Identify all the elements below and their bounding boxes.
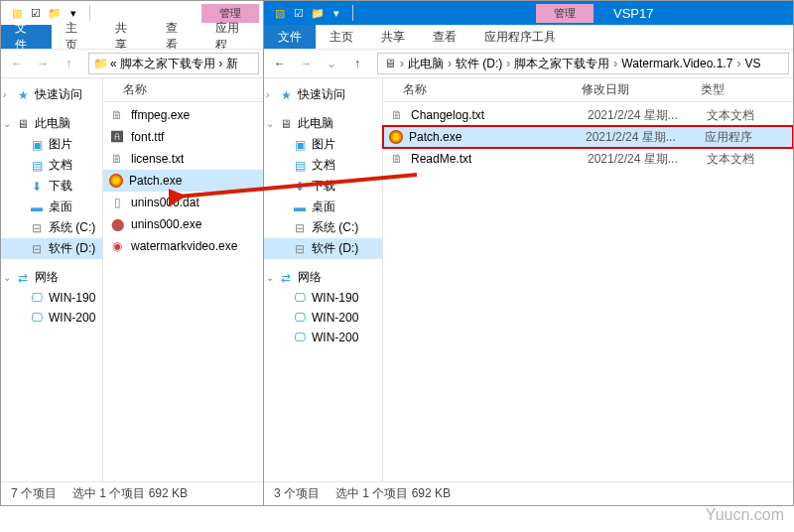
nav-downloads[interactable]: ⬇下载 bbox=[264, 176, 382, 197]
tab-home[interactable]: 主页 bbox=[316, 25, 367, 49]
nav-sysdrive[interactable]: ⊟系统 (C:) bbox=[264, 217, 382, 238]
addressbar-front: ← → ⌄ ↑ 🖥 › 此电脑 › 软件 (D:) › 脚本之家下载专用 › W… bbox=[264, 49, 793, 78]
text-file-icon: 🗎 bbox=[389, 151, 405, 167]
nav-quick-access[interactable]: ★快速访问 bbox=[1, 84, 102, 105]
content-back: 名称 🗎ffmpeg.exe🅰font.ttf🗎license.txtPatch… bbox=[103, 78, 263, 481]
tab-apptools[interactable]: 应用程序工具 bbox=[470, 25, 570, 49]
exe-icon: ◉ bbox=[109, 238, 125, 254]
file-row[interactable]: 🅰font.ttf bbox=[103, 126, 263, 148]
nav-back-button[interactable]: ← bbox=[268, 52, 292, 75]
qat-checkbox-icon[interactable]: ☑ bbox=[28, 5, 44, 21]
nav-desktop[interactable]: ▬桌面 bbox=[1, 197, 102, 217]
column-headers-back[interactable]: 名称 bbox=[103, 78, 263, 102]
star-icon: ★ bbox=[278, 87, 294, 103]
tab-view[interactable]: 查看 bbox=[152, 25, 202, 49]
tab-home[interactable]: 主页 bbox=[52, 25, 102, 49]
desktop-icon: ▬ bbox=[29, 200, 45, 215]
nav-up-button[interactable]: ↑ bbox=[57, 52, 80, 75]
file-row[interactable]: 🗎ffmpeg.exe bbox=[103, 104, 263, 126]
nav-this-pc[interactable]: 🖥此电脑 bbox=[264, 113, 382, 134]
file-name: Changelog.txt bbox=[411, 108, 588, 122]
file-row[interactable]: Patch.exe bbox=[103, 170, 263, 192]
tab-share[interactable]: 共享 bbox=[101, 25, 152, 49]
monitor-icon: 🖵 bbox=[29, 310, 45, 326]
titlebar-front: ▧ ☑ 📁 ▾ 管理 VSP17 bbox=[264, 1, 793, 25]
pictures-icon: ▣ bbox=[292, 137, 308, 153]
file-row[interactable]: ▯unins000.dat bbox=[103, 192, 263, 213]
column-headers-front[interactable]: 名称 修改日期 类型 bbox=[383, 78, 793, 102]
nav-network[interactable]: ⇄网络 bbox=[1, 267, 102, 288]
file-row[interactable]: 🗎ReadMe.txt2021/2/24 星期...文本文档 bbox=[383, 148, 793, 170]
nav-recent-button[interactable]: ⌄ bbox=[320, 52, 343, 75]
qat-checkbox-icon[interactable]: ☑ bbox=[291, 5, 307, 21]
status-selection: 选中 1 个项目 692 KB bbox=[72, 485, 188, 502]
qat-dropdown-icon[interactable]: ▾ bbox=[329, 5, 344, 21]
nav-this-pc[interactable]: 🖥此电脑 bbox=[1, 113, 102, 134]
status-selection: 选中 1 个项目 692 KB bbox=[335, 485, 451, 502]
file-row[interactable]: ◉watermarkvideo.exe bbox=[103, 235, 263, 257]
col-type[interactable]: 类型 bbox=[701, 81, 780, 98]
ribbon-tabs-back: 文件 主页 共享 查看 应用程 bbox=[1, 25, 263, 49]
tab-file[interactable]: 文件 bbox=[264, 25, 316, 49]
nav-fwd-button[interactable]: → bbox=[31, 52, 55, 75]
file-row[interactable]: ⬤unins000.exe bbox=[103, 213, 263, 235]
nav-sysdrive[interactable]: ⊟系统 (C:) bbox=[1, 217, 102, 238]
nav-fwd-button[interactable]: → bbox=[294, 52, 318, 75]
tab-apptools[interactable]: 应用程 bbox=[201, 25, 263, 49]
qat-dropdown-icon[interactable]: ▾ bbox=[66, 5, 81, 21]
nav-desktop[interactable]: ▬桌面 bbox=[264, 197, 382, 217]
status-count: 7 个项目 bbox=[11, 485, 57, 502]
drive-icon: ⊟ bbox=[29, 241, 45, 257]
breadcrumb-front[interactable]: 🖥 › 此电脑 › 软件 (D:) › 脚本之家下载专用 › Watermark… bbox=[377, 53, 789, 74]
col-name[interactable]: 名称 bbox=[383, 81, 582, 98]
qat-folder-icon[interactable]: 📁 bbox=[310, 5, 326, 21]
chevron-right-icon[interactable]: › bbox=[398, 57, 406, 70]
nav-win200b[interactable]: 🖵WIN-200 bbox=[264, 328, 382, 347]
nav-documents[interactable]: ▤文档 bbox=[1, 155, 102, 176]
chevron-right-icon[interactable]: › bbox=[734, 57, 742, 70]
nav-win190[interactable]: 🖵WIN-190 bbox=[1, 288, 102, 308]
breadcrumb-back[interactable]: 📁 « 脚本之家下载专用 › 新 bbox=[88, 53, 259, 74]
nav-network[interactable]: ⇄网络 bbox=[264, 267, 382, 288]
tab-file[interactable]: 文件 bbox=[1, 25, 52, 49]
nav-up-button[interactable]: ↑ bbox=[345, 52, 369, 75]
file-type: 文本文档 bbox=[707, 107, 786, 124]
text-file-icon: 🗎 bbox=[109, 151, 125, 167]
statusbar-back: 7 个项目 选中 1 个项目 692 KB bbox=[1, 481, 263, 505]
chevron-right-icon[interactable]: › bbox=[446, 57, 454, 70]
monitor-icon: 🖵 bbox=[292, 310, 308, 326]
file-icon: ▯ bbox=[109, 195, 125, 210]
tab-share[interactable]: 共享 bbox=[367, 25, 419, 49]
nav-documents[interactable]: ▤文档 bbox=[264, 155, 382, 176]
documents-icon: ▤ bbox=[29, 158, 45, 174]
file-row[interactable]: Patch.exe2021/2/24 星期...应用程序 bbox=[383, 126, 793, 148]
file-row[interactable]: 🗎license.txt bbox=[103, 148, 263, 170]
nav-softdrive[interactable]: ⊟软件 (D:) bbox=[1, 238, 102, 259]
drive-icon: ⊟ bbox=[29, 220, 45, 236]
nav-pane-front[interactable]: ★快速访问 🖥此电脑 ▣图片 ▤文档 ⬇下载 ▬桌面 ⊟系统 (C:) ⊟软件 … bbox=[264, 78, 383, 481]
file-list-front[interactable]: 🗎Changelog.txt2021/2/24 星期...文本文档Patch.e… bbox=[383, 102, 793, 481]
file-list-back[interactable]: 🗎ffmpeg.exe🅰font.ttf🗎license.txtPatch.ex… bbox=[103, 102, 263, 481]
chevron-right-icon[interactable]: › bbox=[504, 57, 512, 70]
nav-softdrive[interactable]: ⊟软件 (D:) bbox=[264, 238, 382, 259]
qat-folder-icon[interactable]: 📁 bbox=[47, 5, 63, 21]
nav-win200[interactable]: 🖵WIN-200 bbox=[1, 308, 102, 328]
col-name[interactable]: 名称 bbox=[103, 81, 263, 98]
file-date: 2021/2/24 星期... bbox=[586, 129, 705, 146]
nav-quick-access[interactable]: ★快速访问 bbox=[264, 84, 382, 105]
nav-win190[interactable]: 🖵WIN-190 bbox=[264, 288, 382, 308]
col-date[interactable]: 修改日期 bbox=[582, 81, 701, 98]
file-date: 2021/2/24 星期... bbox=[588, 107, 707, 124]
nav-pictures[interactable]: ▣图片 bbox=[1, 134, 102, 155]
nav-win200[interactable]: 🖵WIN-200 bbox=[264, 308, 382, 328]
tab-view[interactable]: 查看 bbox=[419, 25, 470, 49]
nav-pictures[interactable]: ▣图片 bbox=[264, 134, 382, 155]
nav-pane-back[interactable]: ★快速访问 🖥此电脑 ▣图片 ▤文档 ⬇下载 ▬桌面 ⊟系统 (C:) ⊟软件 … bbox=[1, 78, 103, 481]
file-row[interactable]: 🗎Changelog.txt2021/2/24 星期...文本文档 bbox=[383, 104, 793, 126]
file-name: ReadMe.txt bbox=[411, 152, 588, 166]
nav-back-button[interactable]: ← bbox=[5, 52, 29, 75]
file-name: unins000.dat bbox=[131, 196, 263, 209]
drive-icon: ⊟ bbox=[292, 220, 308, 236]
nav-downloads[interactable]: ⬇下载 bbox=[1, 176, 102, 197]
chevron-right-icon[interactable]: › bbox=[611, 57, 619, 70]
